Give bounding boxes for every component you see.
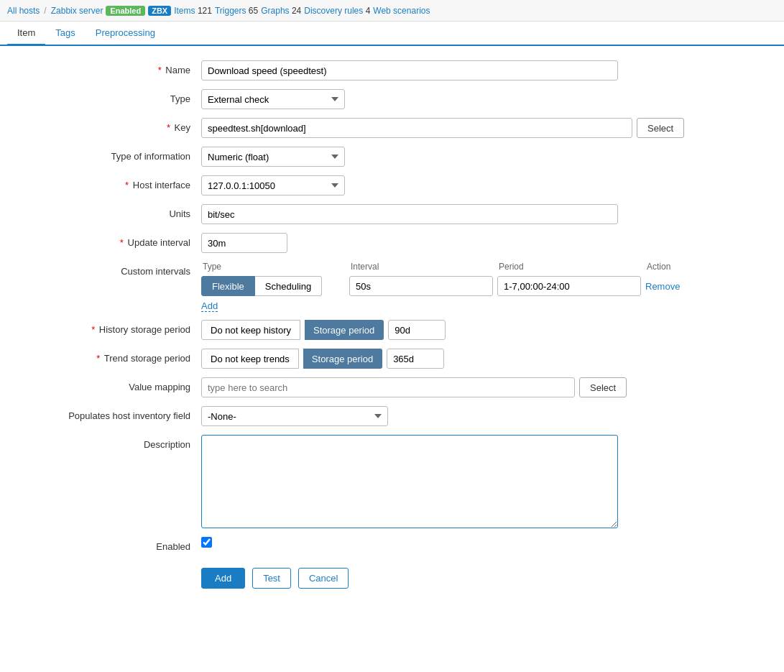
history-value-input[interactable]	[388, 320, 446, 340]
host-interface-select[interactable]: 127.0.0.1:10050	[201, 175, 345, 195]
update-interval-row: * Update interval	[22, 233, 755, 253]
type-of-info-select[interactable]: Numeric (float)	[201, 147, 345, 167]
flexible-button[interactable]: Flexible	[201, 276, 255, 296]
trend-value-input[interactable]	[387, 349, 444, 369]
interval-type-toggle: Flexible Scheduling	[201, 276, 345, 296]
add-button[interactable]: Add	[201, 568, 245, 589]
all-hosts-link[interactable]: All hosts	[7, 6, 40, 16]
enabled-checkbox[interactable]	[201, 537, 212, 548]
type-select[interactable]: External check	[201, 89, 345, 109]
tab-item[interactable]: Item	[7, 22, 45, 46]
remove-link[interactable]: Remove	[645, 281, 703, 292]
type-row: Type External check	[22, 89, 755, 109]
zbx-badge: ZBX	[148, 6, 171, 16]
key-label: * Key	[22, 118, 201, 133]
host-inventory-row: Populates host inventory field -None-	[22, 406, 755, 426]
graphs-link[interactable]: Graphs 24	[261, 6, 301, 16]
enabled-label: Enabled	[22, 537, 201, 552]
history-no-keep-button[interactable]: Do not keep history	[201, 320, 300, 340]
units-label: Units	[22, 204, 201, 219]
triggers-link[interactable]: Triggers 65	[215, 6, 258, 16]
interval-row: Flexible Scheduling Remove	[201, 276, 755, 296]
web-scenarios-link[interactable]: Web scenarios	[373, 6, 430, 16]
bottom-buttons: Add Test Cancel	[201, 561, 755, 596]
trend-row: * Trend storage period Do not keep trend…	[22, 349, 755, 369]
host-inventory-select[interactable]: -None-	[201, 406, 388, 426]
key-row: * Key Select	[22, 118, 755, 138]
key-input[interactable]	[201, 118, 632, 138]
add-interval-link[interactable]: Add	[201, 300, 218, 312]
description-row: Description	[22, 435, 755, 528]
units-input[interactable]	[201, 204, 618, 224]
interval-value-input[interactable]	[349, 276, 493, 296]
value-mapping-group: Select	[201, 377, 627, 397]
value-mapping-label: Value mapping	[22, 377, 201, 392]
item-form: * Name Type External check * Key Select …	[0, 46, 776, 610]
tab-tags[interactable]: Tags	[45, 22, 85, 46]
key-field-group: Select	[201, 118, 704, 138]
value-mapping-select-button[interactable]: Select	[579, 377, 627, 397]
trend-storage-button[interactable]: Storage period	[303, 349, 382, 369]
host-link[interactable]: Zabbix server	[51, 6, 103, 16]
enabled-row: Enabled	[22, 537, 755, 552]
cancel-button[interactable]: Cancel	[298, 568, 349, 589]
history-storage-button[interactable]: Storage period	[305, 320, 384, 340]
update-interval-input[interactable]	[201, 233, 287, 253]
items-link[interactable]: Items 121	[174, 6, 212, 16]
host-interface-row: * Host interface 127.0.0.1:10050	[22, 175, 755, 195]
custom-intervals-label: Custom intervals	[22, 262, 201, 277]
intervals-section: Type Interval Period Action Flexible Sch…	[201, 262, 755, 311]
test-button[interactable]: Test	[252, 568, 291, 589]
value-mapping-row: Value mapping Select	[22, 377, 755, 397]
scheduling-button[interactable]: Scheduling	[255, 276, 322, 296]
ci-interval-header: Interval	[351, 262, 494, 272]
tab-preprocessing[interactable]: Preprocessing	[86, 22, 165, 46]
top-nav: All hosts / Zabbix server Enabled ZBX It…	[0, 0, 784, 22]
value-mapping-search[interactable]	[201, 377, 575, 397]
description-label: Description	[22, 435, 201, 450]
period-value-input[interactable]	[497, 276, 641, 296]
units-row: Units	[22, 204, 755, 224]
history-row: * History storage period Do not keep his…	[22, 320, 755, 340]
host-interface-label: * Host interface	[22, 175, 201, 190]
intervals-header: Type Interval Period Action	[201, 262, 755, 272]
type-of-info-row: Type of information Numeric (float)	[22, 147, 755, 167]
enabled-badge: Enabled	[106, 6, 145, 16]
trend-storage-group: Do not keep trends Storage period	[201, 349, 444, 369]
update-interval-label: * Update interval	[22, 233, 201, 248]
description-textarea[interactable]	[201, 435, 618, 528]
breadcrumb-separator: /	[44, 6, 46, 16]
ci-period-header: Period	[499, 262, 642, 272]
name-input[interactable]	[201, 60, 618, 80]
name-row: * Name	[22, 60, 755, 80]
history-label: * History storage period	[22, 320, 201, 335]
host-inventory-label: Populates host inventory field	[22, 406, 201, 421]
discovery-link[interactable]: Discovery rules 4	[304, 6, 370, 16]
name-label: * Name	[22, 60, 201, 75]
custom-intervals-row: Custom intervals Type Interval Period Ac…	[22, 262, 755, 311]
ci-action-header: Action	[647, 262, 704, 272]
history-storage-group: Do not keep history Storage period	[201, 320, 446, 340]
tabs-container: Item Tags Preprocessing	[0, 22, 784, 46]
type-label: Type	[22, 89, 201, 104]
type-of-info-label: Type of information	[22, 147, 201, 162]
trend-no-keep-button[interactable]: Do not keep trends	[201, 349, 299, 369]
trend-label: * Trend storage period	[22, 349, 201, 364]
ci-type-header: Type	[203, 262, 346, 272]
key-select-button[interactable]: Select	[637, 118, 684, 138]
enabled-checkbox-group	[201, 537, 212, 548]
